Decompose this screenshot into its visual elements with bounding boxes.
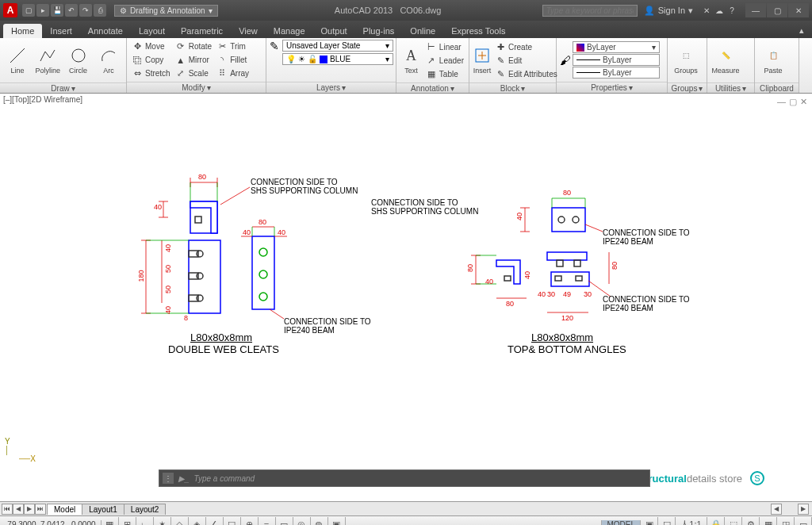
lineweight-dropdown[interactable]: ByLayer [573,54,660,66]
panel-title-block[interactable]: Block ▾ [469,82,556,93]
status-icon[interactable]: ⬓ [658,517,676,526]
match-properties-icon[interactable]: 🖌 [560,54,571,67]
mirror-button[interactable]: ▲Mirror [174,54,213,67]
scale-button[interactable]: ⤢Scale [174,67,213,80]
tpy-toggle[interactable]: ▭ [276,517,293,526]
tab-express[interactable]: Express Tools [443,24,513,38]
paste-button[interactable]: 📋Paste [758,40,788,81]
rotate-button[interactable]: ⟳Rotate [174,40,213,53]
model-space-indicator[interactable]: MODEL [601,520,641,525]
ortho-toggle[interactable]: ∟ [136,517,154,526]
text-button[interactable]: AText [400,40,423,81]
tab-view[interactable]: View [231,24,266,38]
workspace-dropdown[interactable]: ⚙ Drafting & Annotation ▾ [114,5,218,17]
command-line[interactable]: ⋮ ▶_ Type a command [159,469,650,487]
3dosnap-toggle[interactable]: ◈ [189,517,206,526]
panel-title-utilities[interactable]: Utilities ▾ [707,82,754,93]
tab-insert[interactable]: Insert [42,24,80,38]
tab-layout1[interactable]: Layout1 [82,504,124,515]
status-icon[interactable]: ⚙ [742,517,760,526]
hscroll-right-icon[interactable]: ▶ [798,504,809,515]
tab-model[interactable]: Model [47,504,82,515]
polar-toggle[interactable]: ✶ [154,517,171,526]
exchange-icon[interactable]: ✕ [701,5,712,16]
line-button[interactable]: Line [3,40,32,81]
tab-parametric[interactable]: Parametric [173,24,231,38]
array-button[interactable]: ⠿Array [215,67,251,80]
tab-home[interactable]: Home [3,24,42,38]
leader-button[interactable]: ↗Leader [424,54,465,67]
trim-button[interactable]: ✂Trim [215,40,251,53]
qat-print-icon[interactable]: ⎙ [94,4,106,17]
tab-output[interactable]: Output [313,24,355,38]
grid-toggle[interactable]: ⊞ [119,517,136,526]
measure-button[interactable]: 📏Measure [710,40,741,81]
panel-title-properties[interactable]: Properties ▾ [557,82,667,93]
linear-dim-button[interactable]: ⊢Linear [424,40,465,53]
create-block-button[interactable]: ✚Create [493,40,559,53]
nav-prev-icon[interactable]: ◀ [13,504,24,515]
color-dropdown[interactable]: ByLayer▾ [573,41,660,53]
layer-properties-icon[interactable]: ✎ [270,40,279,65]
signin-button[interactable]: 👤 Sign In ▾ [644,6,693,16]
lwt-toggle[interactable]: ≡ [259,517,276,526]
layer-dropdown[interactable]: 💡☀🔓BLUE▾ [282,53,393,65]
app-logo[interactable]: A [3,3,17,17]
edit-block-button[interactable]: ✎Edit [493,54,559,67]
tab-layout[interactable]: Layout [131,24,173,38]
copy-button[interactable]: ⿻Copy [130,54,172,67]
qat-undo-icon[interactable]: ↶ [65,4,78,17]
panel-title-modify[interactable]: Modify ▾ [127,82,266,93]
nav-next-icon[interactable]: ▶ [24,504,35,515]
qp-toggle[interactable]: ◎ [293,517,311,526]
stretch-button[interactable]: ⇔Stretch [130,67,172,80]
otrack-toggle[interactable]: ∠ [206,517,224,526]
ducs-toggle[interactable]: ⬓ [224,517,241,526]
fillet-button[interactable]: ◝Fillet [215,54,251,67]
qat-new-icon[interactable]: ▢ [22,4,35,17]
group-button[interactable]: ⬚Groups [671,40,701,81]
polyline-button[interactable]: Polyline [33,40,62,81]
status-icon[interactable]: ◳ [777,517,795,526]
cloud-icon[interactable]: ☁ [714,5,725,16]
tab-plugins[interactable]: Plug-ins [355,24,403,38]
status-icon[interactable]: ▦ [760,517,777,526]
minimize-button[interactable]: — [745,3,766,17]
nav-last-icon[interactable]: ⏭ [35,504,46,515]
table-button[interactable]: ▦Table [424,67,465,80]
edit-attributes-button[interactable]: ✎Edit Attributes [493,67,559,80]
tab-online[interactable]: Online [402,24,443,38]
status-icon[interactable]: ▣ [641,517,658,526]
osnap-toggle[interactable]: ◇ [171,517,189,526]
status-icon[interactable]: 🔒 [707,517,725,526]
panel-title-layers[interactable]: Layers ▾ [266,82,396,93]
circle-button[interactable]: Circle [64,40,93,81]
command-handle-icon[interactable]: ⋮ [163,473,174,484]
maximize-button[interactable]: ▢ [767,3,787,17]
panel-title-draw[interactable]: Draw ▾ [0,82,126,93]
drawing-canvas[interactable]: [–][Top][2D Wireframe] — ▢ ✕ [0,94,812,501]
help-icon[interactable]: ? [726,5,737,16]
snap-toggle[interactable]: ▦ [102,517,119,526]
dyn-toggle[interactable]: ⊕ [241,517,259,526]
help-search-input[interactable] [542,5,638,17]
annotation-scale[interactable]: 人1:1 [676,517,707,526]
panel-title-groups[interactable]: Groups ▾ [668,82,707,93]
arc-button[interactable]: Arc [94,40,123,81]
nav-first-icon[interactable]: ⏮ [2,504,13,515]
linetype-dropdown[interactable]: ByLayer [573,67,660,79]
sc-toggle[interactable]: ◍ [311,517,328,526]
qat-save-icon[interactable]: 💾 [51,4,63,17]
qat-redo-icon[interactable]: ↷ [79,4,92,17]
qat-open-icon[interactable]: ▸ [36,4,49,17]
close-button[interactable]: ✕ [788,3,809,17]
insert-button[interactable]: Insert [473,40,492,81]
tab-manage[interactable]: Manage [266,24,313,38]
tab-annotate[interactable]: Annotate [80,24,131,38]
move-button[interactable]: ✥Move [130,40,172,53]
panel-title-annotation[interactable]: Annotation ▾ [396,82,469,93]
ribbon-minimize-icon[interactable]: ▴ [791,23,812,38]
status-icon[interactable]: ⬚ [725,517,742,526]
hscroll-left-icon[interactable]: ◀ [771,504,782,515]
tab-layout2[interactable]: Layout2 [124,504,167,515]
